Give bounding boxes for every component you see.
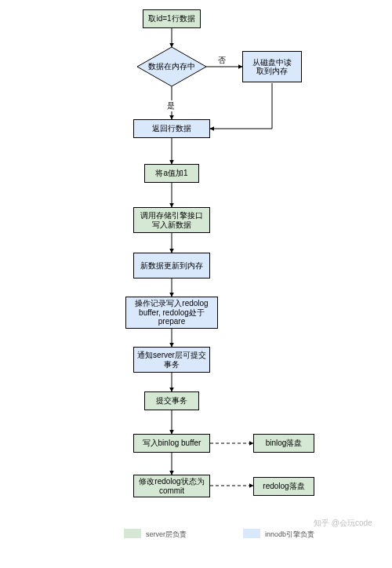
legend-swatch-innodb bbox=[243, 529, 260, 538]
node-label: 写入binlog buffer bbox=[143, 439, 201, 448]
node-redolog-commit: 修改redolog状态为commit bbox=[133, 475, 210, 497]
legend-label-server: server层负责 bbox=[146, 530, 187, 540]
node-redolog-flush: redolog落盘 bbox=[253, 477, 314, 496]
node-label: 调用存储引擎接口写入新数据 bbox=[137, 211, 206, 229]
node-commit-tx: 提交事务 bbox=[144, 391, 199, 410]
node-update-memory: 新数据更新到内存 bbox=[133, 253, 210, 279]
edge-label-yes: 是 bbox=[167, 100, 175, 111]
node-label: 操作记录写入redolog buffer, redolog处于prepare bbox=[129, 299, 214, 326]
node-label: 新数据更新到内存 bbox=[140, 261, 203, 271]
node-label: 提交事务 bbox=[156, 396, 187, 406]
node-read-from-disk: 从磁盘中读 取到内存 bbox=[242, 51, 302, 82]
decision-label: 数据在内存中 bbox=[137, 47, 206, 86]
node-return-row: 返回行数据 bbox=[133, 119, 210, 138]
node-add-one: 将a值加1 bbox=[144, 164, 199, 183]
node-call-engine-write: 调用存储引擎接口写入新数据 bbox=[133, 207, 210, 233]
node-label: 从磁盘中读 取到内存 bbox=[252, 58, 292, 76]
node-write-binlog-buffer: 写入binlog buffer bbox=[133, 434, 210, 453]
decision-in-memory: 数据在内存中 bbox=[137, 47, 206, 86]
node-notify-server-commit: 通知server层可提交事务 bbox=[133, 347, 210, 373]
node-label: 修改redolog状态为commit bbox=[137, 477, 206, 495]
watermark: 知乎 @会玩code bbox=[314, 518, 372, 529]
edge-label-no: 否 bbox=[218, 55, 226, 66]
node-label: 取id=1行数据 bbox=[148, 14, 194, 24]
node-binlog-flush: binlog落盘 bbox=[253, 434, 314, 453]
legend-swatch-server bbox=[124, 529, 141, 538]
node-fetch-row: 取id=1行数据 bbox=[143, 9, 201, 28]
node-label: redolog落盘 bbox=[263, 482, 304, 491]
node-label: binlog落盘 bbox=[266, 439, 303, 448]
node-label: 将a值加1 bbox=[155, 169, 187, 178]
node-redolog-prepare: 操作记录写入redolog buffer, redolog处于prepare bbox=[125, 297, 218, 329]
node-label: 返回行数据 bbox=[152, 124, 191, 133]
node-label: 通知server层可提交事务 bbox=[137, 351, 206, 369]
legend-label-innodb: innodb引擎负责 bbox=[265, 530, 314, 540]
